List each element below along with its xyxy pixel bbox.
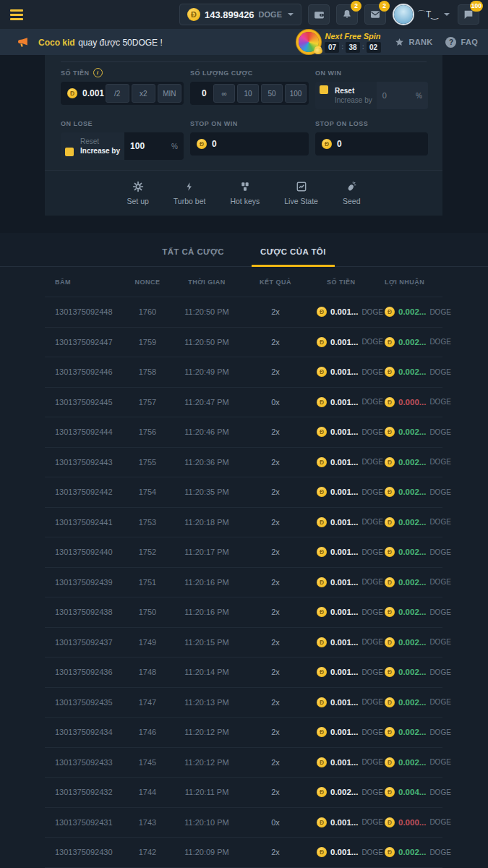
bet-profit-currency: DOGE: [429, 788, 450, 796]
stop-on-win-input[interactable]: Đ 0: [190, 132, 309, 156]
turbo-bet-button[interactable]: Turbo bet: [174, 181, 206, 205]
table-row[interactable]: 1301375092443 1755 11:20:36 PM 2x Đ 0.00…: [45, 447, 442, 477]
bet-profit-currency: DOGE: [429, 818, 450, 826]
table-row[interactable]: 1301375092430 1742 11:20:09 PM 2x Đ 0.00…: [45, 837, 442, 867]
messages-button[interactable]: 2: [364, 4, 386, 25]
bet-time: 11:20:10 PM: [171, 818, 243, 827]
doge-coin-icon: Đ: [385, 787, 395, 797]
faq-link[interactable]: ? FAQ: [445, 37, 478, 48]
rank-link[interactable]: RANK: [394, 37, 433, 48]
doge-coin-icon: Đ: [317, 367, 327, 377]
double-bet-button[interactable]: x2: [132, 84, 155, 103]
bet-profit-value: 0.002...: [398, 458, 426, 467]
setup-button[interactable]: Set up: [127, 181, 148, 205]
on-lose-increase-label[interactable]: Increase by: [80, 147, 120, 155]
bet-profit-currency: DOGE: [429, 368, 450, 376]
username: ⌒T‿: [417, 9, 438, 21]
table-row[interactable]: 1301375092433 1745 11:20:12 PM 2x Đ 0.00…: [45, 747, 442, 778]
seed-button[interactable]: Seed: [343, 181, 361, 205]
table-body: 1301375092448 1760 11:20:50 PM 2x Đ 0.00…: [0, 297, 488, 868]
on-lose-increase-checkbox[interactable]: [65, 148, 74, 156]
stop-on-loss-label: STOP ON LOSS: [315, 119, 428, 127]
bet-profit: Đ 0.002... DOGE: [376, 847, 442, 857]
bet-amount-value: 0.001...: [330, 638, 358, 647]
table-row[interactable]: 1301375092432 1744 11:20:11 PM 2x Đ 0.00…: [45, 777, 442, 807]
info-icon[interactable]: i: [93, 68, 103, 77]
doge-coin-icon: Đ: [317, 577, 327, 587]
bet-time: 11:20:12 PM: [171, 758, 243, 767]
on-lose-percent-input[interactable]: 100 %: [124, 132, 184, 160]
bets-10-button[interactable]: 10: [237, 84, 259, 103]
bet-time: 11:20:46 PM: [171, 427, 243, 436]
doge-coin-icon: Đ: [385, 307, 395, 317]
wallet-icon: [313, 9, 325, 21]
doge-coin-icon: Đ: [317, 757, 327, 767]
bet-nonce: 1748: [124, 668, 171, 676]
on-win-label: ON WIN: [315, 69, 428, 77]
tab-my-bets[interactable]: CƯỢC CỦA TÔI: [252, 247, 335, 266]
doge-coin-icon: Đ: [317, 727, 327, 737]
bet-profit-value: 0.002...: [398, 728, 426, 736]
tab-all-bets[interactable]: TẤT CẢ CƯỢC: [153, 247, 233, 266]
bet-profit-value: 0.004...: [398, 788, 426, 796]
table-row[interactable]: 1301375092436 1748 11:20:14 PM 2x Đ 0.00…: [45, 657, 442, 687]
bet-amount: Đ 0.001... DOGE: [308, 637, 376, 647]
table-row[interactable]: 1301375092439 1751 11:20:16 PM 2x Đ 0.00…: [45, 567, 442, 597]
table-row[interactable]: 1301375092445 1757 11:20:47 PM 0x Đ 0.00…: [45, 387, 442, 417]
menu-button[interactable]: [10, 9, 23, 20]
table-row[interactable]: 1301375092448 1760 11:20:50 PM 2x Đ 0.00…: [45, 297, 442, 327]
on-win-percent-input[interactable]: 0 %: [377, 82, 428, 109]
table-row[interactable]: 1301375092447 1759 11:20:50 PM 2x Đ 0.00…: [45, 327, 442, 357]
bet-profit-value: 0.002...: [398, 578, 426, 587]
bet-nonce: 1747: [124, 698, 171, 707]
user-menu[interactable]: ⌒T‿: [394, 5, 450, 24]
free-spin-widget[interactable]: Next Free Spin 07 : 38 : 02: [299, 32, 380, 53]
free-spin-timer: 07 : 38 : 02: [325, 42, 380, 53]
doge-coin-icon: Đ: [317, 817, 327, 827]
bet-nonce: 1751: [124, 578, 171, 587]
bet-profit-value: 0.000...: [398, 398, 426, 407]
table-row[interactable]: 1301375092434 1746 11:20:12 PM 2x Đ 0.00…: [45, 717, 442, 747]
bets-50-button[interactable]: 50: [261, 84, 283, 103]
table-row[interactable]: 1301375092441 1753 11:20:18 PM 2x Đ 0.00…: [45, 507, 442, 537]
on-lose-reset-label[interactable]: Reset: [80, 137, 120, 145]
chat-button[interactable]: 100: [458, 4, 479, 25]
bets-100-button[interactable]: 100: [285, 84, 307, 103]
chevron-down-icon: [288, 13, 294, 16]
on-win-reset-label[interactable]: Reset: [335, 87, 372, 95]
table-row[interactable]: 1301375092437 1749 11:20:15 PM 2x Đ 0.00…: [45, 627, 442, 658]
header-time: THỜI GIAN: [171, 278, 243, 286]
on-win-reset-checkbox[interactable]: [320, 85, 328, 94]
table-row[interactable]: 1301375092435 1747 11:20:13 PM 2x Đ 0.00…: [45, 687, 442, 718]
amount-label-row: SỐ TIỀN i: [61, 69, 184, 77]
balance-selector[interactable]: Đ 143.899426 DOGE: [179, 4, 301, 25]
table-row[interactable]: 1301375092431 1743 11:20:10 PM 0x Đ 0.00…: [45, 807, 442, 838]
on-lose-control: Reset Increase by 100 %: [61, 132, 184, 160]
table-row[interactable]: 1301375092446 1758 11:20:49 PM 2x Đ 0.00…: [45, 357, 442, 387]
bet-time: 11:20:47 PM: [171, 398, 243, 407]
infinite-bets-button[interactable]: ∞: [213, 84, 235, 103]
hot-keys-button[interactable]: Hot keys: [230, 181, 260, 205]
free-spin-label: Next Free Spin: [325, 32, 380, 41]
table-row[interactable]: 1301375092444 1756 11:20:46 PM 2x Đ 0.00…: [45, 417, 442, 447]
bet-hash: 1301375092448: [55, 307, 124, 316]
table-row[interactable]: 1301375092438 1750 11:20:16 PM 2x Đ 0.00…: [45, 597, 442, 627]
bet-amount-input[interactable]: Đ 0.001 /2 x2 MIN: [61, 82, 184, 105]
doge-coin-icon: Đ: [197, 139, 207, 149]
live-state-button[interactable]: Live State: [284, 181, 318, 205]
table-row[interactable]: 1301375092440 1752 11:20:17 PM 2x Đ 0.00…: [45, 537, 442, 567]
half-bet-button[interactable]: /2: [106, 84, 129, 103]
bet-profit: Đ 0.002... DOGE: [376, 487, 442, 497]
stop-on-loss-input[interactable]: Đ 0: [315, 132, 428, 156]
table-row[interactable]: 1301375092442 1754 11:20:35 PM 2x Đ 0.00…: [45, 477, 442, 507]
bets-count-input[interactable]: 0 ∞ 10 50 100: [190, 82, 309, 105]
announcement-bar: Coco kid quay được 50DOGE ! Next Free Sp…: [0, 29, 488, 55]
min-bet-button[interactable]: MIN: [158, 84, 181, 103]
bet-profit-value: 0.000...: [398, 818, 426, 827]
wallet-button[interactable]: [308, 4, 330, 25]
bet-profit: Đ 0.002... DOGE: [376, 337, 442, 347]
bet-hash: 1301375092430: [55, 848, 124, 856]
bet-result: 2x: [243, 367, 308, 376]
on-win-increase-label[interactable]: Increase by: [335, 96, 372, 104]
notifications-button[interactable]: 2: [336, 4, 358, 25]
